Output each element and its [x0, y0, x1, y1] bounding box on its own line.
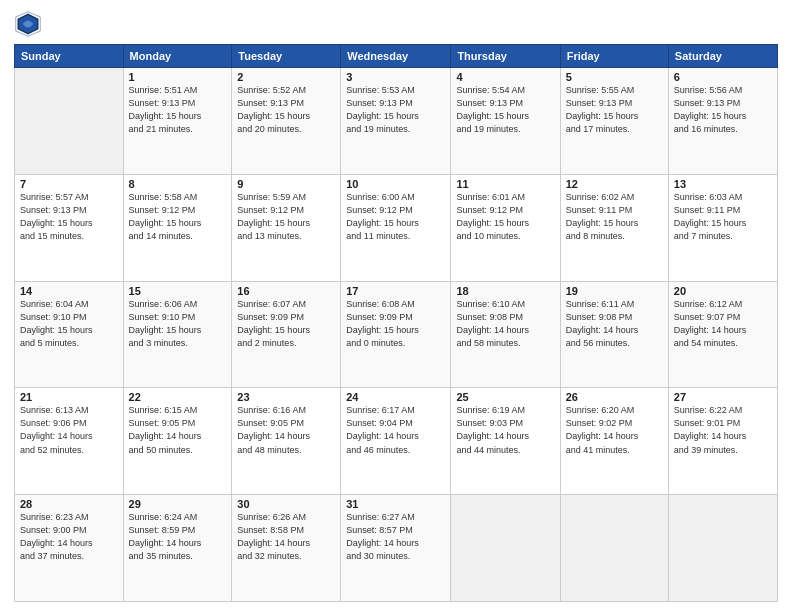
day-header-sunday: Sunday: [15, 45, 124, 68]
calendar-cell: 11Sunrise: 6:01 AM Sunset: 9:12 PM Dayli…: [451, 174, 560, 281]
header: [14, 10, 778, 38]
day-number: 27: [674, 391, 772, 403]
calendar-week-row: 14Sunrise: 6:04 AM Sunset: 9:10 PM Dayli…: [15, 281, 778, 388]
day-info: Sunrise: 6:17 AM Sunset: 9:04 PM Dayligh…: [346, 404, 445, 456]
days-header-row: SundayMondayTuesdayWednesdayThursdayFrid…: [15, 45, 778, 68]
day-number: 25: [456, 391, 554, 403]
day-number: 10: [346, 178, 445, 190]
calendar-cell: 20Sunrise: 6:12 AM Sunset: 9:07 PM Dayli…: [668, 281, 777, 388]
day-number: 13: [674, 178, 772, 190]
day-header-wednesday: Wednesday: [341, 45, 451, 68]
day-info: Sunrise: 6:08 AM Sunset: 9:09 PM Dayligh…: [346, 298, 445, 350]
day-info: Sunrise: 6:20 AM Sunset: 9:02 PM Dayligh…: [566, 404, 663, 456]
day-info: Sunrise: 6:27 AM Sunset: 8:57 PM Dayligh…: [346, 511, 445, 563]
day-info: Sunrise: 6:12 AM Sunset: 9:07 PM Dayligh…: [674, 298, 772, 350]
day-info: Sunrise: 6:26 AM Sunset: 8:58 PM Dayligh…: [237, 511, 335, 563]
day-number: 29: [129, 498, 227, 510]
day-info: Sunrise: 6:04 AM Sunset: 9:10 PM Dayligh…: [20, 298, 118, 350]
day-info: Sunrise: 6:19 AM Sunset: 9:03 PM Dayligh…: [456, 404, 554, 456]
calendar-cell: 4Sunrise: 5:54 AM Sunset: 9:13 PM Daylig…: [451, 68, 560, 175]
day-info: Sunrise: 5:57 AM Sunset: 9:13 PM Dayligh…: [20, 191, 118, 243]
calendar-cell: 10Sunrise: 6:00 AM Sunset: 9:12 PM Dayli…: [341, 174, 451, 281]
day-number: 31: [346, 498, 445, 510]
day-info: Sunrise: 5:53 AM Sunset: 9:13 PM Dayligh…: [346, 84, 445, 136]
calendar-cell: 24Sunrise: 6:17 AM Sunset: 9:04 PM Dayli…: [341, 388, 451, 495]
logo: [14, 10, 46, 38]
day-info: Sunrise: 6:23 AM Sunset: 9:00 PM Dayligh…: [20, 511, 118, 563]
day-info: Sunrise: 6:10 AM Sunset: 9:08 PM Dayligh…: [456, 298, 554, 350]
day-info: Sunrise: 6:03 AM Sunset: 9:11 PM Dayligh…: [674, 191, 772, 243]
day-info: Sunrise: 6:02 AM Sunset: 9:11 PM Dayligh…: [566, 191, 663, 243]
calendar-cell: 5Sunrise: 5:55 AM Sunset: 9:13 PM Daylig…: [560, 68, 668, 175]
day-number: 7: [20, 178, 118, 190]
day-number: 22: [129, 391, 227, 403]
day-number: 24: [346, 391, 445, 403]
calendar-week-row: 1Sunrise: 5:51 AM Sunset: 9:13 PM Daylig…: [15, 68, 778, 175]
calendar-cell: 13Sunrise: 6:03 AM Sunset: 9:11 PM Dayli…: [668, 174, 777, 281]
calendar-body: 1Sunrise: 5:51 AM Sunset: 9:13 PM Daylig…: [15, 68, 778, 602]
day-info: Sunrise: 5:54 AM Sunset: 9:13 PM Dayligh…: [456, 84, 554, 136]
day-info: Sunrise: 5:59 AM Sunset: 9:12 PM Dayligh…: [237, 191, 335, 243]
day-number: 15: [129, 285, 227, 297]
calendar-cell: 28Sunrise: 6:23 AM Sunset: 9:00 PM Dayli…: [15, 495, 124, 602]
calendar-cell: 31Sunrise: 6:27 AM Sunset: 8:57 PM Dayli…: [341, 495, 451, 602]
day-number: 14: [20, 285, 118, 297]
calendar-header: SundayMondayTuesdayWednesdayThursdayFrid…: [15, 45, 778, 68]
day-info: Sunrise: 6:16 AM Sunset: 9:05 PM Dayligh…: [237, 404, 335, 456]
calendar-cell: 19Sunrise: 6:11 AM Sunset: 9:08 PM Dayli…: [560, 281, 668, 388]
day-info: Sunrise: 5:51 AM Sunset: 9:13 PM Dayligh…: [129, 84, 227, 136]
day-info: Sunrise: 6:00 AM Sunset: 9:12 PM Dayligh…: [346, 191, 445, 243]
day-number: 19: [566, 285, 663, 297]
calendar-cell: 6Sunrise: 5:56 AM Sunset: 9:13 PM Daylig…: [668, 68, 777, 175]
day-number: 3: [346, 71, 445, 83]
day-number: 16: [237, 285, 335, 297]
calendar-week-row: 7Sunrise: 5:57 AM Sunset: 9:13 PM Daylig…: [15, 174, 778, 281]
calendar-cell: 22Sunrise: 6:15 AM Sunset: 9:05 PM Dayli…: [123, 388, 232, 495]
day-number: 20: [674, 285, 772, 297]
calendar-cell: [668, 495, 777, 602]
day-header-friday: Friday: [560, 45, 668, 68]
calendar-cell: 9Sunrise: 5:59 AM Sunset: 9:12 PM Daylig…: [232, 174, 341, 281]
day-info: Sunrise: 6:01 AM Sunset: 9:12 PM Dayligh…: [456, 191, 554, 243]
calendar-cell: 8Sunrise: 5:58 AM Sunset: 9:12 PM Daylig…: [123, 174, 232, 281]
day-info: Sunrise: 5:52 AM Sunset: 9:13 PM Dayligh…: [237, 84, 335, 136]
calendar-cell: 2Sunrise: 5:52 AM Sunset: 9:13 PM Daylig…: [232, 68, 341, 175]
day-info: Sunrise: 6:11 AM Sunset: 9:08 PM Dayligh…: [566, 298, 663, 350]
day-number: 17: [346, 285, 445, 297]
calendar-cell: [15, 68, 124, 175]
calendar-cell: 21Sunrise: 6:13 AM Sunset: 9:06 PM Dayli…: [15, 388, 124, 495]
calendar-cell: 14Sunrise: 6:04 AM Sunset: 9:10 PM Dayli…: [15, 281, 124, 388]
day-info: Sunrise: 6:06 AM Sunset: 9:10 PM Dayligh…: [129, 298, 227, 350]
day-number: 11: [456, 178, 554, 190]
calendar-table: SundayMondayTuesdayWednesdayThursdayFrid…: [14, 44, 778, 602]
day-number: 28: [20, 498, 118, 510]
day-number: 23: [237, 391, 335, 403]
day-number: 30: [237, 498, 335, 510]
calendar-cell: 15Sunrise: 6:06 AM Sunset: 9:10 PM Dayli…: [123, 281, 232, 388]
day-number: 6: [674, 71, 772, 83]
day-number: 1: [129, 71, 227, 83]
calendar-cell: 12Sunrise: 6:02 AM Sunset: 9:11 PM Dayli…: [560, 174, 668, 281]
calendar-cell: 29Sunrise: 6:24 AM Sunset: 8:59 PM Dayli…: [123, 495, 232, 602]
day-number: 5: [566, 71, 663, 83]
calendar-cell: 16Sunrise: 6:07 AM Sunset: 9:09 PM Dayli…: [232, 281, 341, 388]
day-header-saturday: Saturday: [668, 45, 777, 68]
day-number: 18: [456, 285, 554, 297]
calendar-cell: 27Sunrise: 6:22 AM Sunset: 9:01 PM Dayli…: [668, 388, 777, 495]
calendar-cell: 18Sunrise: 6:10 AM Sunset: 9:08 PM Dayli…: [451, 281, 560, 388]
day-info: Sunrise: 6:07 AM Sunset: 9:09 PM Dayligh…: [237, 298, 335, 350]
calendar-cell: 26Sunrise: 6:20 AM Sunset: 9:02 PM Dayli…: [560, 388, 668, 495]
logo-icon: [14, 10, 42, 38]
day-number: 2: [237, 71, 335, 83]
calendar-cell: 25Sunrise: 6:19 AM Sunset: 9:03 PM Dayli…: [451, 388, 560, 495]
day-header-monday: Monday: [123, 45, 232, 68]
page: SundayMondayTuesdayWednesdayThursdayFrid…: [0, 0, 792, 612]
calendar-cell: 30Sunrise: 6:26 AM Sunset: 8:58 PM Dayli…: [232, 495, 341, 602]
day-number: 9: [237, 178, 335, 190]
day-info: Sunrise: 6:13 AM Sunset: 9:06 PM Dayligh…: [20, 404, 118, 456]
calendar-cell: 3Sunrise: 5:53 AM Sunset: 9:13 PM Daylig…: [341, 68, 451, 175]
day-info: Sunrise: 6:15 AM Sunset: 9:05 PM Dayligh…: [129, 404, 227, 456]
day-number: 21: [20, 391, 118, 403]
day-info: Sunrise: 6:22 AM Sunset: 9:01 PM Dayligh…: [674, 404, 772, 456]
calendar-cell: 23Sunrise: 6:16 AM Sunset: 9:05 PM Dayli…: [232, 388, 341, 495]
